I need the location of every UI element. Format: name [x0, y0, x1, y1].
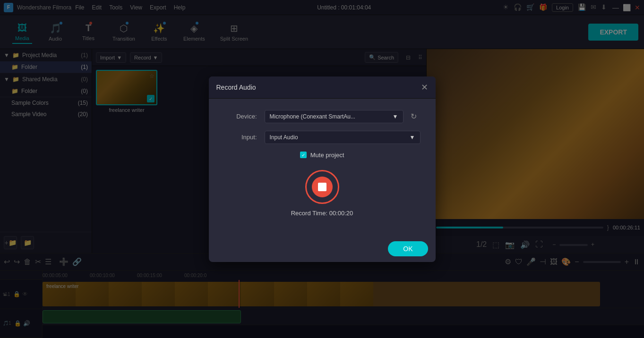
- stop-icon: [318, 183, 326, 191]
- dialog-close-button[interactable]: ✕: [421, 82, 428, 93]
- record-audio-dialog: Record Audio ✕ Device: Microphone (Conex…: [209, 76, 436, 262]
- record-button[interactable]: [305, 170, 339, 204]
- input-value: Input Audio: [270, 134, 298, 141]
- device-value: Microphone (Conexant SmartAu...: [270, 113, 355, 120]
- input-row: Input: Input Audio ▼: [224, 131, 421, 144]
- input-chevron-icon: ▼: [410, 134, 415, 141]
- input-select[interactable]: Input Audio ▼: [265, 131, 421, 144]
- record-button-area: Record Time: 00:00:20: [224, 170, 421, 217]
- dialog-footer: OK: [209, 236, 436, 262]
- ok-button[interactable]: OK: [388, 241, 428, 256]
- input-label: Input:: [224, 134, 257, 141]
- record-button-inner: [312, 177, 333, 197]
- device-label: Device:: [224, 113, 257, 120]
- record-time-display: Record Time: 00:00:20: [291, 210, 353, 217]
- dialog-overlay[interactable]: Record Audio ✕ Device: Microphone (Conex…: [0, 0, 644, 338]
- mute-row: ✓ Mute project: [224, 152, 421, 159]
- device-select[interactable]: Microphone (Conexant SmartAu... ▼: [265, 110, 404, 123]
- refresh-button[interactable]: ↻: [407, 110, 421, 123]
- device-chevron-icon: ▼: [393, 113, 398, 120]
- mute-checkbox[interactable]: ✓: [300, 152, 307, 158]
- device-row: Device: Microphone (Conexant SmartAu... …: [224, 110, 421, 123]
- dialog-body: Device: Microphone (Conexant SmartAu... …: [209, 99, 436, 236]
- dialog-title: Record Audio: [216, 84, 256, 91]
- dialog-header: Record Audio ✕: [209, 76, 436, 99]
- mute-label: Mute project: [310, 152, 344, 159]
